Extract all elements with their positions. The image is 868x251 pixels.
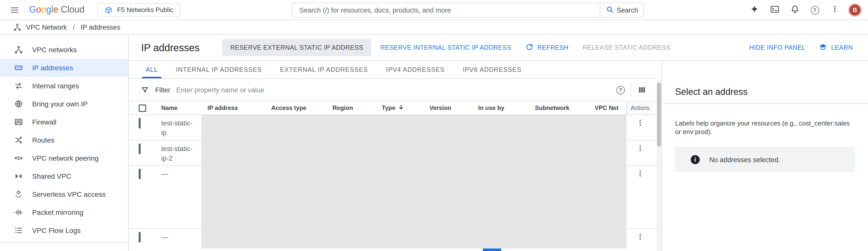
- cloud-logo-text: Cloud: [61, 4, 84, 15]
- cloud-shell-icon: [770, 4, 779, 16]
- column-header-ip-address[interactable]: IP address: [208, 104, 271, 112]
- sidebar-item-ip-addresses[interactable]: IP addresses: [0, 59, 128, 77]
- gemini-button[interactable]: [744, 0, 765, 20]
- row-checkbox[interactable]: [138, 232, 141, 243]
- sidebar-item-vpc-network-peering[interactable]: VPC network peering: [0, 149, 128, 167]
- row-checkbox[interactable]: [138, 169, 141, 179]
- scrollbar-thumb[interactable]: [657, 83, 661, 147]
- sidebar-item-label: Routes: [32, 136, 55, 144]
- sidebar-item-label: Serverless VPC access: [32, 190, 106, 198]
- sidebar-item-packet-mirroring[interactable]: Packet mirroring: [0, 203, 128, 221]
- column-header-access-type[interactable]: Access type: [271, 104, 333, 112]
- learn-button[interactable]: LEARN: [818, 39, 853, 56]
- column-header-vpc-network[interactable]: VPC Net: [595, 104, 626, 112]
- reserve-internal-static-ip-button[interactable]: RESERVE INTERNAL STATIC IP ADDRESS: [380, 39, 511, 56]
- row-actions-menu-icon[interactable]: [636, 169, 644, 228]
- row-actions-cell: [626, 229, 653, 251]
- project-cube-icon: [104, 6, 113, 14]
- search-input[interactable]: [292, 2, 600, 18]
- row-checkbox[interactable]: [138, 144, 141, 154]
- wall-icon: [14, 118, 23, 126]
- info-panel-description: Labels help organize your resources (e.g…: [675, 119, 856, 136]
- sort-descending-icon: [398, 104, 404, 112]
- row-actions-menu-icon[interactable]: [636, 119, 644, 140]
- cloud-shell-button[interactable]: [765, 0, 785, 20]
- avatar-initial: B: [849, 4, 861, 15]
- refresh-button[interactable]: REFRESH: [525, 39, 568, 56]
- help-button[interactable]: ?: [805, 0, 825, 20]
- sidebar-item-label: VPC network peering: [32, 154, 99, 162]
- app-root: Google Cloud F5 Networks Public Search: [0, 0, 868, 251]
- bowtie-icon: [14, 172, 23, 181]
- reserve-external-static-ip-button[interactable]: RESERVE EXTERNAL STATIC IP ADDRESS: [222, 39, 371, 56]
- column-header-subnetwork[interactable]: Subnetwork: [535, 104, 595, 112]
- project-name: F5 Networks Public: [117, 6, 173, 13]
- notifications-button[interactable]: [785, 0, 805, 20]
- info-panel-title: Select an address: [675, 86, 868, 97]
- hide-info-panel-button[interactable]: HIDE INFO PANEL: [749, 39, 805, 56]
- row-actions-menu-icon[interactable]: [636, 144, 644, 165]
- help-icon: ?: [810, 6, 819, 14]
- hamburger-menu-icon[interactable]: [8, 3, 21, 16]
- sidebar-item-label: VPC Flow Logs: [32, 226, 81, 234]
- sidebar-item-shared-vpc[interactable]: Shared VPC: [0, 167, 128, 185]
- breadcrumb: VPC Network / IP addresses: [0, 21, 868, 35]
- release-static-address-button[interactable]: RELEASE STATIC ADDRESS: [583, 39, 670, 56]
- column-header-actions: Actions: [626, 101, 653, 115]
- no-selection-text: No addresses selected.: [709, 156, 780, 163]
- account-button[interactable]: B: [845, 0, 865, 20]
- top-app-bar: Google Cloud F5 Networks Public Search: [0, 0, 868, 20]
- filter-help-icon[interactable]: ?: [616, 86, 625, 94]
- header-icon-group: ? B: [744, 0, 865, 20]
- vertical-scrollbar: [656, 61, 661, 251]
- sidebar-item-internal-ranges[interactable]: Internal ranges: [0, 77, 128, 95]
- refresh-label: REFRESH: [537, 44, 568, 51]
- row-checkbox[interactable]: [138, 118, 141, 128]
- select-all-checkbox[interactable]: [138, 104, 146, 112]
- tab-internal-ip-addresses[interactable]: INTERNAL IP ADDRESSES: [167, 61, 271, 78]
- row-actions-cell: [626, 115, 653, 140]
- sidebar-item-routes[interactable]: Routes: [0, 131, 128, 149]
- tab-ipv4-addresses[interactable]: IPV4 ADDRESSES: [377, 61, 454, 78]
- column-header-region[interactable]: Region: [333, 104, 382, 112]
- search-icon: [606, 5, 614, 15]
- avatar: B: [848, 3, 862, 17]
- project-selector[interactable]: F5 Networks Public: [97, 3, 180, 17]
- sidebar-item-bring-your-own-ip[interactable]: Bring your own IP: [0, 95, 128, 113]
- column-header-name[interactable]: Name: [161, 104, 208, 112]
- waveform-icon: [14, 208, 23, 217]
- tab-ipv6-addresses[interactable]: IPV6 ADDRESSES: [454, 61, 531, 78]
- info-panel-divider: [662, 103, 868, 104]
- column-header-in-use-by[interactable]: In use by: [478, 104, 535, 112]
- filter-divider: [631, 83, 631, 96]
- tab-external-ip-addresses[interactable]: EXTERNAL IP ADDRESSES: [271, 61, 377, 78]
- sidebar-item-label: Packet mirroring: [32, 208, 83, 216]
- row-actions-menu-icon[interactable]: [636, 232, 644, 251]
- filter-label: Filter: [155, 86, 170, 94]
- sidebar-item-serverless-vpc-access[interactable]: Serverless VPC access: [0, 185, 128, 203]
- type-label: Type: [382, 104, 395, 112]
- breadcrumb-section[interactable]: VPC Network: [26, 24, 67, 31]
- column-options-icon[interactable]: [638, 85, 647, 94]
- google-logo-text: Google: [29, 4, 58, 15]
- sidebar-item-label: IP addresses: [32, 64, 73, 72]
- no-selection-notice: i No addresses selected.: [675, 147, 855, 172]
- filter-input[interactable]: [176, 86, 616, 94]
- column-header-version[interactable]: Version: [430, 104, 478, 112]
- breadcrumb-separator: /: [73, 24, 75, 31]
- refresh-icon: [525, 43, 533, 53]
- info-panel: Select an address Labels help organize y…: [661, 61, 868, 251]
- tab-all[interactable]: ALL: [136, 61, 167, 78]
- ip-card-icon: [14, 63, 23, 72]
- sidebar-item-label: VPC networks: [32, 46, 76, 54]
- more-options-button[interactable]: [825, 0, 845, 20]
- sidebar-item-vpc-flow-logs[interactable]: VPC Flow Logs: [0, 221, 128, 240]
- search-button[interactable]: Search: [600, 2, 644, 18]
- sidebar-item-firewall[interactable]: Firewall: [0, 113, 128, 131]
- globe-icon: [14, 99, 23, 108]
- notifications-bell-icon: [790, 4, 800, 16]
- column-header-type[interactable]: Type: [382, 104, 430, 112]
- sidebar-item-vpc-networks[interactable]: VPC networks: [0, 41, 128, 59]
- row-name-cell: —: [161, 166, 208, 228]
- row-actions-cell: [626, 140, 653, 165]
